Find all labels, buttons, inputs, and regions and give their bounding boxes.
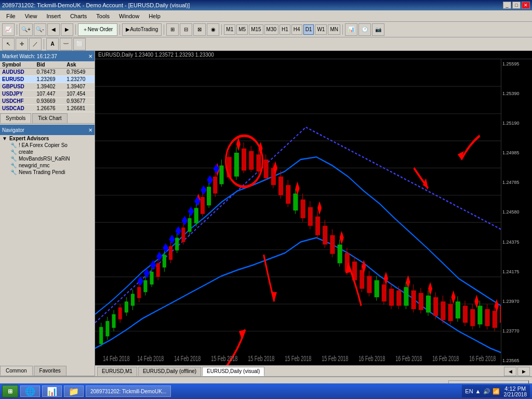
nav-ea-3[interactable]: 🔧 MovBandsRSI_KaRiN <box>0 155 95 162</box>
svg-text:15 Feb 2018: 15 Feb 2018 <box>211 354 237 363</box>
tf-m1[interactable]: M1 <box>224 24 235 35</box>
menu-insert[interactable]: Insert <box>42 11 65 21</box>
tf-d1[interactable]: D1 <box>303 24 314 35</box>
scroll-fwd[interactable]: ▶ <box>61 23 73 36</box>
mw-bid-5: 1.26676 <box>34 105 64 112</box>
tab-favorites[interactable]: Favorites <box>34 366 66 376</box>
menu-view[interactable]: View <box>21 11 42 21</box>
menu-tools[interactable]: Tools <box>92 11 114 21</box>
navigator-close[interactable]: ✕ <box>88 127 92 133</box>
navigator-title: Navigator <box>2 127 24 133</box>
tf-w1[interactable]: W1 <box>315 24 327 35</box>
mw-ask-5: 1.26681 <box>64 105 95 112</box>
tf-m15[interactable]: M15 <box>249 24 263 35</box>
chart-tab-daily-offline[interactable]: EURUSD,Daily (offline) <box>138 367 201 376</box>
chart-main[interactable]: 14 Feb 2018 14 Feb 2018 14 Feb 2018 15 F… <box>95 59 501 365</box>
chart-tab-daily-visual[interactable]: EURUSD,Daily (visual) <box>202 367 264 376</box>
draw-tool2[interactable]: 〰 <box>60 38 72 50</box>
nav-ea-4-label: newgrid_nmc <box>19 163 49 168</box>
price-7: 1.24375 <box>502 240 531 245</box>
tf-mn[interactable]: MN <box>328 24 340 35</box>
new-order-button[interactable]: ＋ New Order <box>78 23 117 36</box>
start-windows-button[interactable]: ⊞ <box>2 385 18 397</box>
menu-window[interactable]: Window <box>115 11 143 21</box>
clock-time: 4:12 PM <box>504 385 526 392</box>
tab-tick-chart[interactable]: Tick Chart <box>32 113 67 123</box>
window-controls[interactable]: _ □ ✕ <box>503 2 530 9</box>
mw-row-5[interactable]: USDCAD 1.26676 1.26681 <box>0 105 95 112</box>
taskbar-app-label: 2089731202: Tickmill-DemoUK... <box>90 389 166 394</box>
maximize-button[interactable]: □ <box>512 2 521 9</box>
tf-h4[interactable]: H4 <box>291 24 302 35</box>
chart-scroll-right[interactable]: ▶ <box>517 367 530 376</box>
market-watch-table: Symbol Bid Ask AUDUSD 0.78473 0.78549 EU… <box>0 61 95 112</box>
tb-sep6 <box>342 24 343 35</box>
tf-m5[interactable]: M5 <box>236 24 248 35</box>
tb-indicator[interactable]: 📊 <box>345 23 357 36</box>
clock-date: 2/21/2018 <box>504 392 527 397</box>
zoom-in-button[interactable]: 🔍+ <box>19 23 33 36</box>
mw-row-4[interactable]: USDCHF 0.93669 0.93677 <box>0 98 95 105</box>
tb-sep3 <box>119 24 120 35</box>
tb-btn1[interactable]: ⊞ <box>166 23 179 36</box>
tb-btn3[interactable]: ⊠ <box>193 23 206 36</box>
mw-row-1[interactable]: EURUSD 1.23269 1.23270 <box>0 76 95 83</box>
menu-file[interactable]: File <box>2 11 20 21</box>
menu-charts[interactable]: Charts <box>66 11 91 21</box>
nav-ea-3-label: MovBandsRSI_KaRiN <box>19 156 70 162</box>
new-chart-button[interactable]: 📈 <box>2 23 15 36</box>
cursor-tool[interactable]: ↖ <box>2 38 15 50</box>
mw-col-symbol: Symbol <box>0 61 34 69</box>
tf-m30[interactable]: M30 <box>264 24 278 35</box>
draw-tool3[interactable]: ⬜ <box>73 38 86 50</box>
chart-tab-m1[interactable]: EURUSD,M1 <box>97 367 137 376</box>
minimize-button[interactable]: _ <box>503 2 511 9</box>
nav-ea-2[interactable]: 🔧 create <box>0 149 95 155</box>
line-tool[interactable]: ／ <box>29 38 42 50</box>
mw-row-2[interactable]: GBPUSD 1.39402 1.39407 <box>0 83 95 90</box>
chart-scroll-left[interactable]: ◀ <box>504 367 516 376</box>
tab-common[interactable]: Common <box>0 366 33 376</box>
mw-bid-3: 107.447 <box>34 90 64 98</box>
market-watch-close[interactable]: ✕ <box>88 54 92 59</box>
svg-text:14 Feb 2018: 14 Feb 2018 <box>103 354 129 363</box>
zoom-out-button[interactable]: 🔍- <box>34 23 46 36</box>
tb-screenshot[interactable]: 📷 <box>372 23 384 36</box>
taskbar-app-window[interactable]: 2089731202: Tickmill-DemoUK... <box>86 385 171 397</box>
svg-text:15 Feb 2018: 15 Feb 2018 <box>322 354 348 363</box>
mw-row-3[interactable]: USDJPY 107.447 107.454 <box>0 90 95 98</box>
left-panel: Market Watch: 16:12:37 ✕ Symbol Bid Ask … <box>0 51 95 376</box>
ea-icon-5: 🔧 <box>10 169 17 175</box>
drawing-toolbar: ↖ ✛ ／ A 〰 ⬜ <box>0 37 532 51</box>
main-layout: Market Watch: 16:12:37 ✕ Symbol Bid Ask … <box>0 51 532 376</box>
price-8: 1.24175 <box>502 269 531 274</box>
tb-btn2[interactable]: ⊟ <box>180 23 192 36</box>
nav-ea-5[interactable]: 🔧 News Trading Pendi <box>0 169 95 176</box>
taskbar-app-mt4[interactable]: 📊 <box>42 385 62 397</box>
svg-text:16 Feb 2018: 16 Feb 2018 <box>432 354 459 363</box>
scroll-back[interactable]: ◀ <box>47 23 60 36</box>
tf-h1[interactable]: H1 <box>280 24 290 35</box>
taskbar-app-folder[interactable]: 📁 <box>64 385 84 397</box>
nav-expert-advisors[interactable]: ▼ Expert Advisors <box>0 135 95 142</box>
nav-ea-4[interactable]: 🔧 newgrid_nmc <box>0 162 95 169</box>
tb-clock[interactable]: 🕐 <box>358 23 371 36</box>
menu-help[interactable]: Help <box>144 11 165 21</box>
nav-tab-bar: Common Favorites <box>0 365 95 376</box>
mw-ask-2: 1.39407 <box>64 83 95 90</box>
svg-rect-73 <box>301 200 305 218</box>
tab-symbols[interactable]: Symbols <box>0 113 31 123</box>
autotrading-button[interactable]: ▶ AutoTrading <box>122 23 162 36</box>
text-tool[interactable]: A <box>46 38 59 50</box>
close-button[interactable]: ✕ <box>522 2 530 9</box>
mw-ask-3: 107.454 <box>64 90 95 98</box>
svg-text:14 Feb 2018: 14 Feb 2018 <box>174 354 201 363</box>
taskbar-app-chrome[interactable]: 🌐 <box>20 385 40 397</box>
mw-row-0[interactable]: AUDUSD 0.78473 0.78549 <box>0 69 95 76</box>
nav-ea-1[interactable]: 🔧 ! EA Forex Copier So <box>0 142 95 149</box>
mw-tab-bar: Symbols Tick Chart <box>0 112 95 124</box>
crosshair-tool[interactable]: ✛ <box>16 38 28 50</box>
tb-btn4[interactable]: ◉ <box>207 23 219 36</box>
folder-icon: ▼ <box>2 136 7 141</box>
tray-lang: EN <box>465 388 473 394</box>
